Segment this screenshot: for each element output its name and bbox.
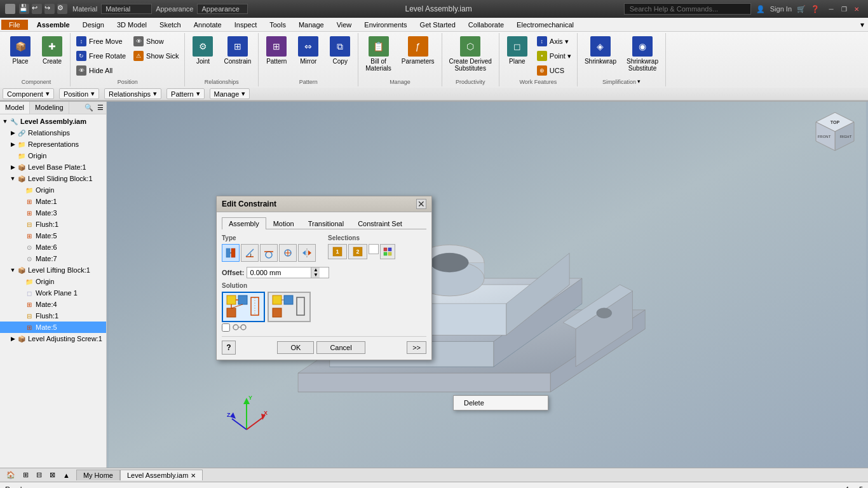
ucs-button[interactable]: ⊕ UCS [534,64,574,78]
menu-environments[interactable]: Environments [358,20,413,30]
tree-item-sb-origin[interactable]: 📁 Origin [0,184,106,196]
dialog-close-button[interactable]: ✕ [416,199,426,209]
cancel-button[interactable]: Cancel [316,341,365,354]
tab-close-icon[interactable]: ✕ [191,472,196,479]
redo-icon[interactable]: ↪ [44,4,55,14]
tree-item-mate6[interactable]: ⊙ Mate:6 [0,241,106,253]
offset-input[interactable] [247,268,311,278]
undo-icon[interactable]: ↩ [32,4,42,14]
parameters-button[interactable]: ƒ Parameters [397,34,439,67]
help-button[interactable]: ? [222,341,236,355]
menu-inspect[interactable]: Inspect [228,20,263,30]
tree-item-lb-mate5[interactable]: ⊞ Mate:5 [0,322,106,333]
menu-getstarted[interactable]: Get Started [414,20,462,30]
tree-item-relationships[interactable]: ▶ 🔗 Relationships [0,127,106,139]
tab-model[interactable]: Model [0,102,30,114]
create-derived-button[interactable]: ⬡ Create Derived Substitutes [445,34,496,74]
tree-root[interactable]: ▼ 🔧 Level Assembly.iam [0,116,106,127]
show-button[interactable]: 👁 Show [130,34,182,48]
pattern-dropdown[interactable]: Pattern ▾ [166,88,204,99]
manage-dropdown[interactable]: Manage ▾ [210,88,250,99]
shrinkwrap-sub-button[interactable]: ◉ Shrinkwrap Substitute [622,34,663,74]
tree-item-mate5[interactable]: ⊞ Mate:5 [0,230,106,241]
plane-button[interactable]: ◻ Plane [502,34,532,67]
tab-grid-icon[interactable]: ⊞ [19,470,32,480]
selection-options-button[interactable] [380,244,395,259]
help-icon[interactable]: ❓ [811,5,820,13]
tree-item-mate3[interactable]: ⊞ Mate:3 [0,207,106,219]
axis-button[interactable]: ↕ Axis ▾ [534,34,574,48]
hide-all-button[interactable]: 👁 Hide All [73,64,129,78]
selection-2-button[interactable]: 2 [348,244,367,259]
tree-item-origin[interactable]: 📁 Origin [0,150,106,161]
more-button[interactable]: >> [407,341,426,354]
menu-annotate[interactable]: Annotate [187,20,228,30]
menu-design[interactable]: Design [76,20,111,30]
tree-item-liftingblock[interactable]: ▼ 📦 Level Lifting Block:1 [0,264,106,276]
minimize-button[interactable]: ─ [825,3,837,15]
dialog-tab-constraint-set[interactable]: Constraint Set [351,217,409,229]
type-mate-button[interactable] [222,244,240,262]
free-rotate-button[interactable]: ↻ Free Rotate [73,49,129,63]
pattern-button[interactable]: ⊞ Pattern [261,34,292,67]
restore-button[interactable]: ❐ [837,3,850,15]
search-tree-icon[interactable]: 🔍 [83,103,95,112]
ribbon-expand-icon[interactable]: ▾ [860,20,864,29]
nav-cube[interactable]: TOP RIGHT FRONT [810,109,860,160]
type-symmetry-button[interactable] [298,244,316,262]
menu-3dmodel[interactable]: 3D Model [111,20,153,30]
point-button[interactable]: • Point ▾ [534,49,574,63]
tree-item-adjustingscrew[interactable]: ▶ 📦 Level Adjusting Screw:1 [0,333,106,344]
material-dropdown[interactable]: Material [101,4,152,14]
menu-tools[interactable]: Tools [263,20,292,30]
close-button[interactable]: ✕ [850,3,863,15]
viewport[interactable]: TOP RIGHT FRONT Y X Z [107,102,868,468]
menu-electromechanical[interactable]: Electromechanical [510,20,580,30]
menu-assemble[interactable]: Assemble [31,20,76,30]
tab-modeling[interactable]: Modeling [30,102,69,114]
offset-spinner[interactable]: ▲ ▼ [311,268,320,278]
save-icon[interactable]: 💾 [19,4,29,14]
tree-item-mate7[interactable]: ⊙ Mate:7 [0,253,106,264]
cart-icon[interactable]: 🛒 [797,5,806,13]
solution-2-button[interactable] [268,292,311,322]
appearance-dropdown[interactable]: Appearance [197,4,248,14]
sign-in-label[interactable]: Sign In [770,5,792,13]
menu-sketch[interactable]: Sketch [153,20,187,30]
context-menu-delete[interactable]: Delete [454,396,548,410]
tree-item-workplane1[interactable]: ◻ Work Plane 1 [0,287,106,299]
tab-myhome[interactable]: My Home [76,470,120,480]
menu-manage[interactable]: Manage [292,20,330,30]
tree-item-mate4[interactable]: ⊞ Mate:4 [0,299,106,310]
position-dropdown[interactable]: Position ▾ [59,88,99,99]
tree-item-lb-origin[interactable]: 📁 Origin [0,276,106,287]
component-dropdown[interactable]: Component ▾ [3,88,54,99]
tab-layout-icon[interactable]: ⊠ [46,470,59,480]
dialog-tab-transitional[interactable]: Transitional [301,217,351,229]
ok-button[interactable]: OK [277,341,314,354]
tab-expand-icon[interactable]: ▲ [59,470,74,480]
type-angle-button[interactable] [241,244,259,262]
tab-level-assembly[interactable]: Level Assembly.iam ✕ [120,470,203,480]
relationships-dropdown[interactable]: Relationships ▾ [104,88,161,99]
tree-options-icon[interactable]: ☰ [96,103,105,112]
constrain-button[interactable]: ⊞ Constrain [219,34,255,67]
menu-view[interactable]: View [330,20,358,30]
solution-1-button[interactable] [222,292,265,322]
type-tangent-button[interactable] [260,244,278,262]
search-help-input[interactable] [624,3,751,15]
tree-item-slidingblock[interactable]: ▼ 📦 Level Sliding Block:1 [0,173,106,184]
dialog-tab-assembly[interactable]: Assembly [222,217,266,229]
tree-item-representations[interactable]: ▶ 📁 Representations [0,139,106,150]
simplification-dropdown-arrow[interactable]: ▾ [637,78,641,85]
tab-home-icon[interactable]: 🏠 [3,470,19,480]
show-sick-button[interactable]: ⚠ Show Sick [130,49,182,63]
selection-1-button[interactable]: 1 [328,244,347,259]
file-menu[interactable]: File [1,20,28,30]
menu-collaborate[interactable]: Collaborate [462,20,510,30]
free-move-button[interactable]: ↕ Free Move [73,34,129,48]
place-button[interactable]: 📦 Place [5,34,36,67]
tree-item-flush1[interactable]: ⊟ Flush:1 [0,219,106,230]
create-button[interactable]: ✚ Create [37,34,67,67]
joint-button[interactable]: ⚙ Joint [187,34,218,67]
